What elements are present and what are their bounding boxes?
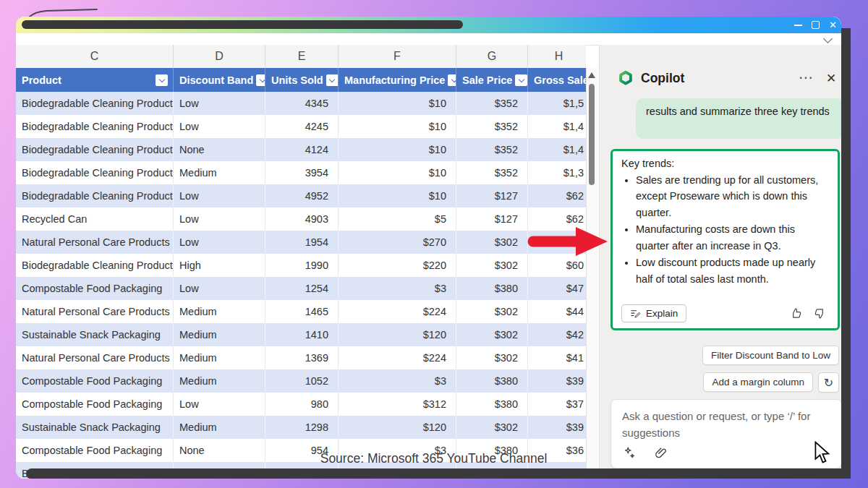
cell-units-sold[interactable]: 1369 [265,346,339,369]
table-row[interactable]: Sustainable Snack Packaging Medium 1410 … [16,323,586,346]
more-options-icon[interactable]: ⋯ [799,69,814,86]
cell-discount-band[interactable]: None [174,138,265,161]
cell-gross-sales[interactable]: $62 [528,184,586,207]
cell-discount-band[interactable]: High [174,254,265,277]
cell-units-sold[interactable]: 4124 [265,138,339,161]
cell-discount-band[interactable]: Low [174,231,265,254]
cell-product[interactable]: Biodegradable Cleaning Products [16,184,174,207]
cell-sale-price[interactable]: $380 [456,393,528,416]
cell-units-sold[interactable]: 1052 [265,369,339,393]
cell-product[interactable]: Biodegradable Cleaning Products [16,115,174,138]
table-row[interactable]: Biodegradable Cleaning Products Low 4245… [16,115,586,138]
cell-product[interactable]: Biodegradable Cleaning Products [16,254,174,277]
cell-manufacturing-price[interactable]: $120 [339,416,456,439]
filter-dropdown-button[interactable] [256,74,265,86]
column-letter[interactable]: H [528,45,586,68]
cell-discount-band[interactable]: Medium [174,323,265,346]
table-row[interactable]: Natural Personal Care Products Medium 14… [16,300,586,323]
cell-sale-price[interactable]: $352 [456,138,528,161]
cell-manufacturing-price[interactable]: $3 [339,277,456,300]
cell-manufacturing-price[interactable]: $10 [339,138,456,161]
cell-manufacturing-price[interactable]: $312 [339,393,456,416]
cell-product[interactable]: Compostable Food Packaging [16,277,174,300]
cell-units-sold[interactable]: 3954 [265,161,339,184]
table-header-cell[interactable]: Units Sold [265,68,339,92]
explain-button[interactable]: Explain [621,304,686,322]
cell-product[interactable]: Biodegradable Cleaning Products [16,138,174,161]
cell-manufacturing-price[interactable]: $220 [339,254,456,277]
cell-gross-sales[interactable]: $1,4 [528,138,586,161]
cell-units-sold[interactable]: 4903 [265,207,339,231]
cell-gross-sales[interactable]: $39 [528,369,586,393]
thumbs-up-icon[interactable] [790,307,802,320]
cell-gross-sales[interactable]: $37 [528,393,586,416]
cell-discount-band[interactable]: Medium [174,369,265,393]
cell-units-sold[interactable]: 1410 [265,323,339,346]
cell-gross-sales[interactable]: $44 [528,300,586,323]
cell-discount-band[interactable]: Low [174,207,265,231]
cell-product[interactable]: Compostable Food Packaging [16,393,174,416]
copilot-close-icon[interactable]: ✕ [826,71,836,86]
cell-manufacturing-price[interactable]: $10 [339,92,456,115]
cell-units-sold[interactable]: 4345 [265,92,339,115]
cell-manufacturing-price[interactable]: $10 [339,115,456,138]
table-header-cell[interactable]: Gross Sales [528,68,586,92]
cell-units-sold[interactable]: 1254 [265,277,339,300]
cell-sale-price[interactable]: $302 [456,231,528,254]
cell-units-sold[interactable]: 1298 [265,416,339,439]
cell-gross-sales[interactable]: $42 [528,323,586,346]
cell-gross-sales[interactable]: $41 [528,346,586,369]
column-letter[interactable]: G [456,45,528,68]
cell-product[interactable]: Biodegradable Cleaning Products [16,92,174,115]
cell-units-sold[interactable]: 980 [265,393,339,416]
cell-manufacturing-price[interactable]: $120 [339,323,456,346]
cell-units-sold[interactable]: 4245 [265,115,339,138]
cell-product[interactable]: Natural Personal Care Products [16,231,174,254]
column-letter[interactable]: E [265,45,339,68]
cell-sale-price[interactable]: $352 [456,161,528,184]
cell-manufacturing-price[interactable]: $270 [339,231,456,254]
table-header-cell[interactable]: Discount Band [174,68,265,92]
cell-units-sold[interactable]: 1954 [265,231,339,254]
cell-discount-band[interactable]: Low [174,277,265,300]
cell-product[interactable]: Natural Personal Care Products [16,300,174,323]
cell-discount-band[interactable]: Low [174,115,265,138]
filter-dropdown-button[interactable] [326,74,339,86]
cell-discount-band[interactable]: Low [174,393,265,416]
cell-units-sold[interactable]: 1990 [265,254,339,277]
table-row[interactable]: Natural Personal Care Products Low 1954 … [16,231,586,254]
thumbs-down-icon[interactable] [814,307,826,320]
cell-sale-price[interactable]: $352 [456,92,528,115]
ribbon-collapse-chevron-icon[interactable] [823,34,833,43]
cell-manufacturing-price[interactable]: $224 [339,300,456,323]
cell-sale-price[interactable]: $352 [456,115,528,138]
cell-manufacturing-price[interactable]: $10 [339,184,456,207]
table-row[interactable]: Sustainable Snack Packaging Medium 1298 … [16,416,586,439]
table-row[interactable]: Compostable Food Packaging Low 1254 $3 $… [16,277,586,300]
table-header-cell[interactable]: Sale Price [456,68,528,92]
cell-discount-band[interactable]: Medium [174,416,265,439]
minimize-button[interactable] [794,25,802,26]
filter-dropdown-button[interactable] [156,74,168,86]
cell-discount-band[interactable]: Medium [174,346,265,369]
cell-manufacturing-price[interactable]: $5 [339,207,456,231]
refresh-suggestions-button[interactable]: ↻ [818,372,839,393]
cell-sale-price[interactable]: $380 [456,277,528,300]
suggestion-chip-filter[interactable]: Filter Discount Band to Low [702,346,839,365]
cell-sale-price[interactable]: $302 [456,300,528,323]
cell-sale-price[interactable]: $127 [456,207,528,231]
cell-product[interactable]: Natural Personal Care Products [16,346,174,369]
cell-product[interactable]: Biodegradable Cleaning Products [16,161,174,184]
table-header-cell[interactable]: Manufacturing Price [339,68,456,92]
cell-product[interactable]: Sustainable Snack Packaging [16,323,174,346]
table-row[interactable]: Compostable Food Packaging Low 980 $312 … [16,393,586,416]
table-row[interactable]: Recycled Can Low 4903 $5 $127 $62 [16,207,586,231]
scrollbar-thumb[interactable] [589,84,595,185]
window-close-button[interactable]: ✕ [829,20,837,30]
filter-dropdown-button[interactable] [515,74,527,86]
cell-product[interactable]: Recycled Can [16,207,174,231]
cell-product[interactable]: Compostable Food Packaging [16,369,174,393]
cell-sale-price[interactable]: $302 [456,254,528,277]
vertical-scrollbar[interactable] [586,68,597,468]
cell-sale-price[interactable]: $302 [456,416,528,439]
